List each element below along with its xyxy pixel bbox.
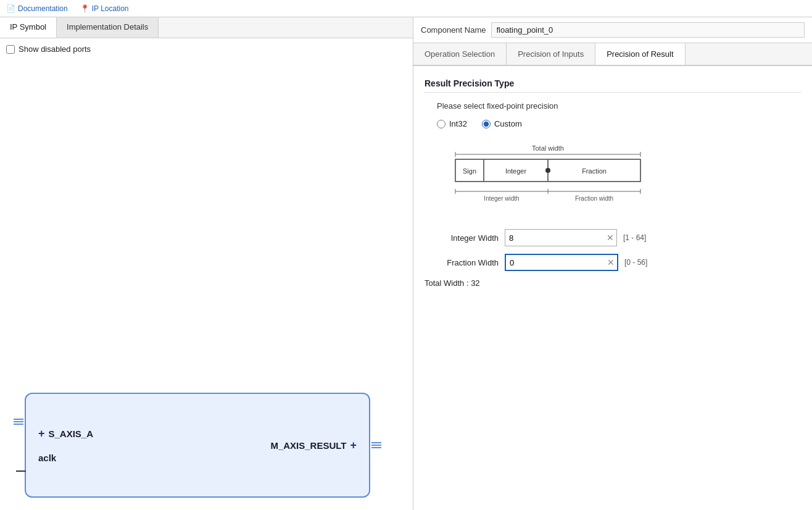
right-panel: Component Name Operation Selection Preci… <box>413 17 812 510</box>
tab-operation-selection[interactable]: Operation Selection <box>413 43 507 65</box>
main-layout: IP Symbol Implementation Details Show di… <box>0 17 812 510</box>
s-axis-a-port: + S_AXIS_A <box>38 427 93 440</box>
fraction-width-label: Fraction Width <box>425 258 499 267</box>
right-ports: M_AXIS_RESULT + <box>270 439 357 452</box>
ip-block: + S_AXIS_A aclk M_AXIS_RESULT + <box>25 393 370 498</box>
documentation-link[interactable]: 📄 Documentation <box>6 4 68 13</box>
ip-block-container: + S_AXIS_A aclk M_AXIS_RESULT + <box>25 393 370 498</box>
left-connector-single <box>16 470 26 472</box>
integer-width-label: Integer width <box>484 195 519 202</box>
component-name-input[interactable] <box>491 22 805 38</box>
s-axis-a-label: S_AXIS_A <box>49 428 94 439</box>
tab-precision-result[interactable]: Precision of Result <box>595 43 685 66</box>
radio-custom-label: Custom <box>494 119 522 128</box>
location-icon: 📍 <box>80 4 89 13</box>
tab-precision-inputs[interactable]: Precision of Inputs <box>507 43 595 65</box>
sign-label: Sign <box>463 167 476 175</box>
doc-icon: 📄 <box>6 4 15 13</box>
config-content: Result Precision Type Please select fixe… <box>413 66 812 510</box>
radio-int32[interactable]: Int32 <box>437 119 467 128</box>
fraction-width-input-wrap: ✕ <box>505 254 618 271</box>
integer-width-label: Integer Width <box>425 233 499 243</box>
bit-diagram: Total width Sign Integer Fraction <box>437 141 789 217</box>
m-axis-result-port: M_AXIS_RESULT + <box>270 439 357 452</box>
fraction-width-range: [0 - 56] <box>624 258 647 267</box>
fraction-width-label: Fraction width <box>575 195 613 202</box>
left-connector-bus <box>14 419 23 425</box>
left-panel: IP Symbol Implementation Details Show di… <box>0 17 413 510</box>
tab-impl-details[interactable]: Implementation Details <box>57 17 159 38</box>
m-axis-result-label: M_AXIS_RESULT <box>270 440 346 451</box>
integer-width-range: [1 - 64] <box>623 233 646 242</box>
total-width-text: Total width <box>532 144 564 152</box>
show-disabled-label[interactable]: Show disabled ports <box>19 44 91 54</box>
fraction-label: Fraction <box>582 167 607 175</box>
right-connector-bus <box>371 442 381 448</box>
integer-width-input-wrap: ✕ <box>505 229 617 246</box>
integer-label: Integer <box>505 167 527 175</box>
show-disabled-ports-row: Show disabled ports <box>0 38 413 60</box>
s-axis-a-expand[interactable]: + <box>38 427 45 440</box>
svg-point-7 <box>545 168 550 173</box>
fraction-width-row: Fraction Width ✕ [0 - 56] <box>425 254 801 271</box>
top-bar: 📄 Documentation 📍 IP Location <box>0 0 812 17</box>
integer-width-clear[interactable]: ✕ <box>604 232 616 244</box>
section-title: Result Precision Type <box>425 78 801 93</box>
radio-int32-label: Int32 <box>449 119 467 128</box>
radio-group: Int32 Custom <box>437 119 801 128</box>
precision-description: Please select fixed-point precision <box>437 101 801 111</box>
left-tabs-bar: IP Symbol Implementation Details <box>0 17 413 38</box>
radio-custom[interactable]: Custom <box>482 119 522 128</box>
show-disabled-checkbox[interactable] <box>6 45 15 54</box>
config-tabs: Operation Selection Precision of Inputs … <box>413 43 812 66</box>
aclk-label: aclk <box>38 453 56 463</box>
bit-diagram-svg: Total width Sign Integer Fraction <box>437 141 659 215</box>
aclk-port: aclk <box>38 453 56 463</box>
integer-width-input[interactable] <box>505 230 604 246</box>
total-width-value: Total Width : 32 <box>425 278 480 288</box>
fraction-width-input[interactable] <box>506 254 605 270</box>
radio-int32-input[interactable] <box>437 120 445 128</box>
ip-location-link[interactable]: 📍 IP Location <box>80 4 129 13</box>
m-axis-result-expand[interactable]: + <box>350 439 357 452</box>
component-name-label: Component Name <box>421 25 486 35</box>
tab-ip-symbol[interactable]: IP Symbol <box>0 17 57 38</box>
radio-custom-input[interactable] <box>482 120 491 128</box>
fraction-width-clear[interactable]: ✕ <box>605 256 617 269</box>
left-ports: + S_AXIS_A aclk <box>38 427 93 463</box>
component-name-bar: Component Name <box>413 17 812 43</box>
canvas-area: + S_AXIS_A aclk M_AXIS_RESULT + <box>0 60 413 510</box>
total-width-row: Total Width : 32 <box>425 278 801 288</box>
integer-width-row: Integer Width ✕ [1 - 64] <box>425 229 801 246</box>
